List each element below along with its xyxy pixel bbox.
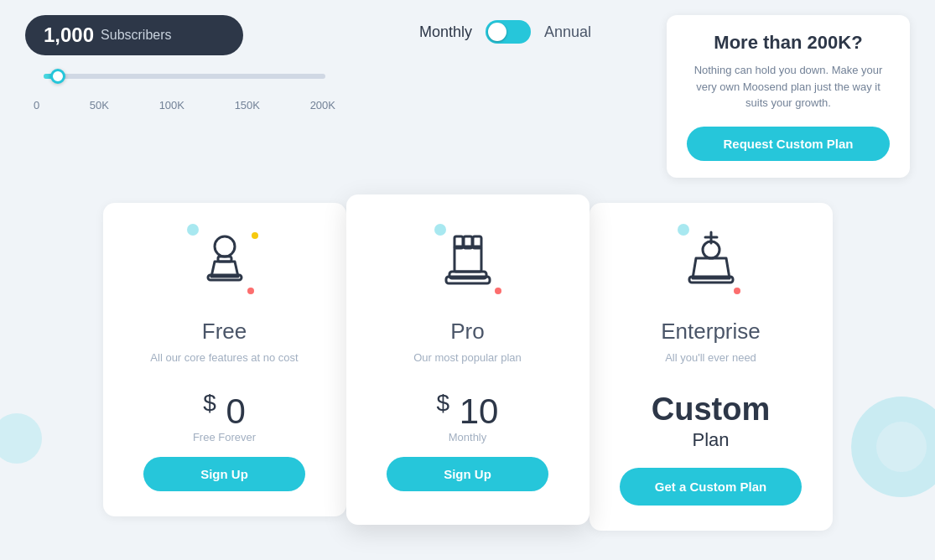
pro-price-symbol: $ — [437, 390, 450, 416]
billing-toggle-switch[interactable] — [486, 20, 531, 44]
slider-track — [44, 74, 325, 79]
pricing-cards-section: Free All our core features at no cost $ … — [0, 203, 935, 531]
slider-label-50k: 50K — [90, 99, 109, 111]
svg-rect-8 — [446, 277, 490, 283]
free-plan-desc: All our core features at no cost — [123, 351, 326, 378]
rook-icon — [434, 228, 501, 295]
custom-panel-desc: Nothing can hold you down. Make your ver… — [687, 62, 890, 111]
subscriber-label: Subscribers — [101, 28, 171, 43]
enterprise-plan-label: Plan — [610, 429, 813, 451]
request-custom-plan-button[interactable]: Request Custom Plan — [687, 127, 890, 161]
dot-red-1 — [247, 288, 254, 294]
free-plan-name: Free — [123, 319, 326, 345]
page-wrapper: 1,000 Subscribers 0 50K 100K 150K 200K — [0, 0, 935, 560]
dot-yellow-1 — [252, 232, 258, 239]
pro-plan-price: $ 10 — [366, 391, 569, 429]
pro-plan-desc: Our most popular plan — [366, 351, 569, 378]
custom-panel-title: More than 200K? — [687, 32, 890, 54]
slider-label-200k: 200K — [310, 99, 335, 111]
enterprise-price: Custom — [610, 391, 813, 428]
svg-point-0 — [215, 236, 235, 257]
dot-red-2 — [495, 288, 501, 294]
custom-plan-panel: More than 200K? Nothing can hold you dow… — [667, 15, 910, 178]
free-plan-card: Free All our core features at no cost $ … — [103, 203, 346, 516]
billing-monthly-label: Monthly — [419, 23, 472, 41]
slider-label-150k: 150K — [235, 99, 260, 111]
subscriber-badge: 1,000 Subscribers — [25, 15, 243, 55]
slider-labels: 0 50K 100K 150K 200K — [29, 99, 340, 111]
pro-price-value: 10 — [460, 391, 499, 431]
free-plan-icon — [187, 228, 262, 303]
toggle-knob — [488, 23, 506, 41]
blob-right — [851, 397, 935, 497]
toggle-track — [486, 20, 531, 44]
dot-teal-3 — [678, 224, 689, 236]
free-signup-button[interactable]: Sign Up — [143, 457, 306, 491]
free-price-symbol: $ — [203, 390, 216, 416]
center-top: Monthly Annual — [361, 15, 650, 44]
pro-plan-icon — [430, 228, 506, 303]
svg-rect-6 — [455, 246, 481, 272]
enterprise-plan-icon — [673, 228, 749, 303]
king-icon — [678, 228, 745, 295]
pro-plan-name: Pro — [366, 319, 569, 345]
free-price-value: 0 — [226, 391, 245, 431]
pro-price-label: Monthly — [366, 431, 569, 443]
subscriber-count: 1,000 — [44, 23, 94, 47]
enterprise-plan-name: Enterprise — [610, 319, 813, 345]
dot-teal-1 — [187, 224, 199, 236]
billing-toggle: Monthly Annual — [419, 20, 591, 44]
left-top: 1,000 Subscribers 0 50K 100K 150K 200K — [25, 15, 344, 111]
enterprise-plan-desc: All you'll ever need — [610, 351, 813, 378]
enterprise-plan-card: Enterprise All you'll ever need Custom P… — [590, 203, 833, 531]
pro-plan-card: Pro Our most popular plan $ 10 Monthly S… — [346, 194, 590, 525]
pro-signup-button[interactable]: Sign Up — [387, 457, 549, 491]
free-plan-price: $ 0 — [123, 391, 326, 429]
free-price-label: Free Forever — [123, 431, 326, 443]
slider-label-100k: 100K — [159, 99, 184, 111]
blob-left — [0, 413, 42, 464]
dot-teal-2 — [434, 224, 446, 236]
pawn-icon — [191, 228, 258, 295]
get-custom-plan-button[interactable]: Get a Custom Plan — [620, 468, 803, 506]
top-section: 1,000 Subscribers 0 50K 100K 150K 200K — [0, 0, 935, 178]
slider-label-0: 0 — [34, 99, 39, 111]
dot-red-3 — [734, 288, 740, 294]
billing-annual-label: Annual — [544, 23, 591, 41]
slider-section: 0 50K 100K 150K 200K — [25, 74, 344, 111]
